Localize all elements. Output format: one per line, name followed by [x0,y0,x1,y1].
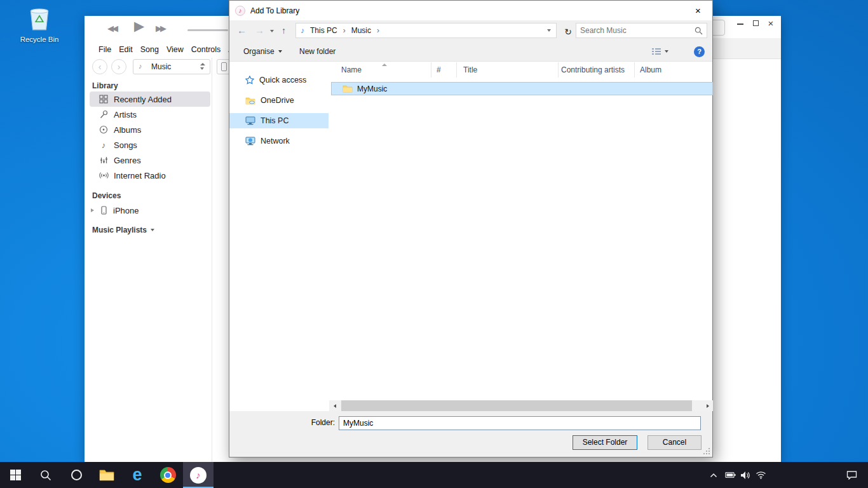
select-folder-button[interactable]: Select Folder [573,435,637,450]
column-header-contributing-artists[interactable]: Contributing artists [559,62,635,78]
sidebar-item-label: Artists [114,110,137,119]
sidebar-item-label: Recently Added [114,95,172,104]
breadcrumb-this-pc[interactable]: This PC [309,26,339,35]
back-icon[interactable]: ← [237,25,247,36]
menu-song[interactable]: Song [140,45,159,54]
taskbar: e ♪ [0,462,868,488]
recent-locations-chevron-icon[interactable] [270,30,274,32]
action-center-icon [846,470,857,480]
column-header-number[interactable]: # [431,62,457,78]
folder-name-input[interactable] [339,416,701,430]
computer-icon [245,116,255,125]
music-playlists-header[interactable]: Music Playlists [92,226,154,234]
chrome-icon [160,467,176,483]
maximize-icon[interactable] [749,17,762,30]
itunes-menubar: File Edit Song View Controls Ac [98,45,238,54]
address-bar[interactable]: ♪ This PC › Music › [295,23,557,38]
resize-grip-icon[interactable] [703,447,710,455]
view-options-button[interactable] [651,47,668,56]
address-dropdown-icon[interactable] [547,29,551,32]
sidebar-item-label: Internet Radio [114,171,166,180]
start-button[interactable] [0,462,31,488]
play-icon[interactable]: ▶ [134,18,144,34]
sidebar-item-label: Albums [114,125,141,135]
devices-header: Devices [92,191,121,200]
edge-button[interactable]: e [122,462,153,488]
file-explorer-button[interactable] [92,462,122,488]
sidebar-item-internet-radio[interactable]: Internet Radio [90,168,210,183]
new-folder-button[interactable]: New folder [299,41,336,62]
organise-button[interactable]: Organise [243,41,282,62]
hidden-icons-chevron [710,473,717,478]
menu-view[interactable]: View [166,45,184,54]
music-folder-icon: ♪ [296,26,309,35]
refresh-icon[interactable]: ↻ [560,24,576,39]
music-note-icon: ♪ [98,140,109,150]
itunes-forward-button[interactable]: › [111,59,126,74]
sort-ascending-icon[interactable] [382,64,387,66]
close-icon[interactable]: × [764,17,777,30]
organise-label: Organise [243,41,275,62]
search-input[interactable] [576,26,695,35]
forward-icon[interactable]: → [255,25,264,36]
menu-edit[interactable]: Edit [119,45,133,54]
breadcrumb-chevron-icon[interactable]: › [339,26,350,35]
itunes-back-button[interactable]: ‹ [92,59,107,74]
sidebar-item-label: Songs [114,140,137,150]
cancel-button[interactable]: Cancel [648,435,702,450]
scroll-left-button[interactable] [329,400,340,411]
menu-controls[interactable]: Controls [191,45,221,54]
volume-slider[interactable] [187,29,228,31]
search-box[interactable] [576,23,707,38]
hidden-icons-button[interactable] [705,462,722,488]
rewind-icon[interactable]: ◀◀ [107,24,116,33]
place-label: Quick access [259,76,306,85]
breadcrumb-chevron-icon[interactable]: › [372,26,384,35]
music-note-icon: ♪ [139,62,142,70]
dialog-titlebar[interactable]: ♪ Add To Library [229,1,712,20]
dialog-close-button[interactable]: × [684,1,712,20]
help-button[interactable]: ? [694,46,705,57]
select-stepper-icon [200,63,205,70]
media-kind-value: Music [151,62,171,71]
up-icon[interactable]: ↑ [281,25,286,36]
expand-chevron-icon[interactable] [91,208,94,212]
search-icon[interactable] [695,27,703,35]
column-header-name[interactable]: Name [331,62,431,78]
network-button[interactable] [752,462,769,488]
place-quick-access[interactable]: Quick access [229,72,329,88]
sidebar-item-recently-added[interactable]: Recently Added [90,92,210,107]
volume-button[interactable] [737,462,754,488]
menu-file[interactable]: File [98,45,111,54]
taskbar-search-button[interactable] [31,462,61,488]
recycle-bin[interactable]: Recycle Bin [19,5,60,43]
action-center-button[interactable] [837,462,865,488]
dialog-toolbar: Organise New folder ? [229,41,712,62]
column-header-title[interactable]: Title [457,62,559,78]
battery-button[interactable] [722,462,738,488]
chrome-button[interactable] [153,462,183,488]
column-header-album[interactable]: Album [635,62,712,78]
scrollbar-thumb[interactable] [341,400,692,411]
place-this-pc[interactable]: This PC [229,113,329,128]
fast-forward-icon[interactable]: ▶▶ [156,24,165,33]
place-network[interactable]: Network [229,133,329,149]
scroll-right-button[interactable] [702,400,713,411]
sidebar-item-songs[interactable]: ♪ Songs [90,137,210,152]
sidebar-item-albums[interactable]: Albums [90,122,210,137]
horizontal-scrollbar[interactable] [329,400,713,411]
music-playlists-label: Music Playlists [92,226,147,234]
place-onedrive[interactable]: OneDrive [229,93,329,108]
itunes-taskbar-button[interactable]: ♪ [183,462,214,488]
media-kind-select[interactable]: ♪ Music [133,59,210,74]
breadcrumb-music[interactable]: Music [350,26,372,35]
sidebar-item-iphone[interactable]: iPhone [90,203,210,218]
cortana-button[interactable] [61,462,92,488]
sidebar-item-genres[interactable]: Genres [90,152,210,168]
sidebar-item-artists[interactable]: Artists [90,107,210,122]
file-row-mymusic[interactable]: MyMusic [331,82,713,95]
iphone-icon [98,206,109,215]
battery-icon [725,471,736,478]
minimize-icon[interactable] [734,17,747,30]
itunes-icon: ♪ [235,6,245,16]
